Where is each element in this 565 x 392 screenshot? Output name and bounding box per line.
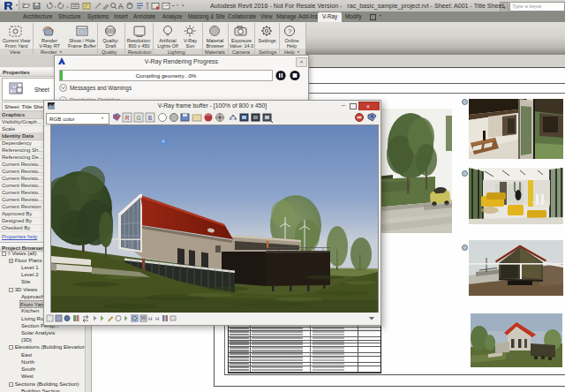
svg-text:R: R bbox=[125, 115, 130, 121]
svg-text:?: ? bbox=[288, 27, 292, 35]
svg-text:B: B bbox=[148, 115, 152, 121]
svg-text:H: H bbox=[155, 316, 159, 321]
svg-text:H: H bbox=[148, 316, 152, 321]
svg-text:G: G bbox=[136, 115, 140, 121]
svg-text:A: A bbox=[118, 2, 124, 11]
